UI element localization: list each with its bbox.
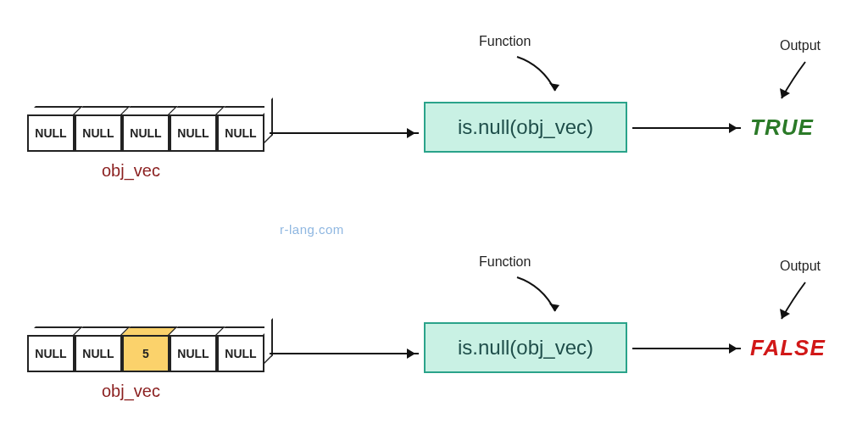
svg-marker-2: [549, 304, 559, 311]
svg-marker-1: [780, 88, 790, 98]
function-annotation-label: Function: [479, 34, 531, 49]
cell: NULL: [170, 335, 217, 372]
cell-value: NULL: [217, 335, 264, 372]
cell: NULL: [75, 335, 122, 372]
cell-value: NULL: [75, 114, 122, 152]
cell-value: NULL: [122, 114, 170, 152]
arrow-output-annotation: [771, 278, 839, 329]
function-box: is.null(obj_vec): [424, 102, 627, 153]
cell: NULL: [27, 114, 75, 152]
output-annotation-label: Output: [780, 259, 821, 274]
cell-value: NULL: [27, 114, 75, 152]
cell-value: NULL: [170, 335, 217, 372]
cell: NULL: [217, 114, 264, 152]
vector-label: obj_vec: [102, 161, 160, 181]
cell: NULL: [170, 114, 217, 152]
cell-highlighted: 5: [122, 335, 170, 372]
watermark: r-lang.com: [280, 222, 344, 237]
cell-value: NULL: [27, 335, 75, 372]
cell-value: NULL: [75, 335, 122, 372]
cell: NULL: [75, 114, 122, 152]
output-value: TRUE: [750, 114, 814, 141]
cell: NULL: [122, 114, 170, 152]
cell-value: NULL: [217, 114, 264, 152]
arrow-vec-to-func: [270, 132, 419, 134]
arrow-function-annotation: [509, 273, 576, 324]
function-text: is.null(obj_vec): [458, 336, 593, 360]
cell: NULL: [27, 335, 75, 372]
function-box: is.null(obj_vec): [424, 322, 627, 373]
vector-2: NULL NULL 5 NULL NULL: [27, 335, 264, 372]
svg-marker-3: [780, 309, 790, 319]
function-annotation-label: Function: [479, 254, 531, 270]
cell-value: 5: [122, 335, 170, 372]
arrow-output-annotation: [771, 58, 839, 109]
cell-value: NULL: [170, 114, 217, 152]
arrow-func-to-output: [632, 348, 741, 349]
function-text: is.null(obj_vec): [458, 115, 593, 139]
vector-label: obj_vec: [102, 382, 160, 401]
output-annotation-label: Output: [780, 38, 821, 53]
vector-1: NULL NULL NULL NULL NULL: [27, 114, 264, 152]
arrow-vec-to-func: [270, 353, 419, 354]
arrow-func-to-output: [632, 127, 741, 129]
output-value: FALSE: [750, 335, 826, 361]
svg-marker-0: [549, 83, 559, 91]
cell: NULL: [217, 335, 264, 372]
arrow-function-annotation: [509, 53, 576, 103]
